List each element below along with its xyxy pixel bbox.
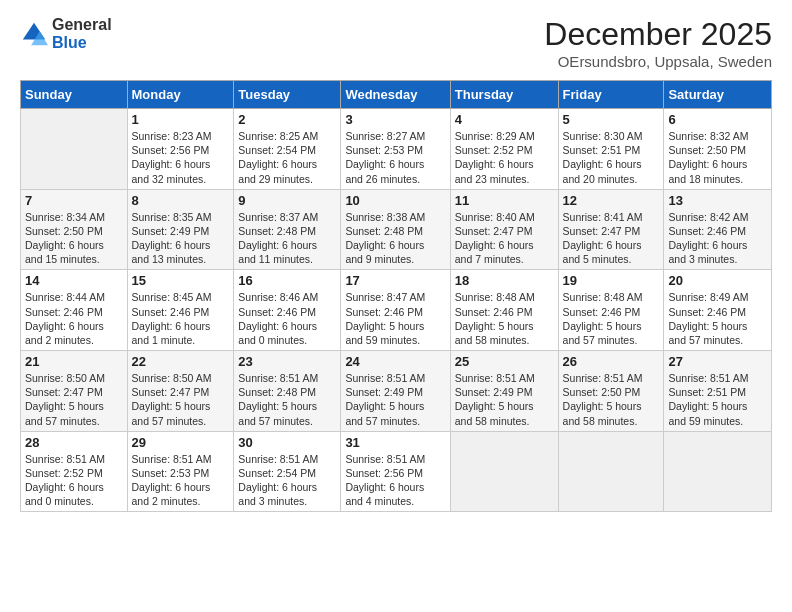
day-cell: 23Sunrise: 8:51 AM Sunset: 2:48 PM Dayli… — [234, 351, 341, 432]
week-row-5: 28Sunrise: 8:51 AM Sunset: 2:52 PM Dayli… — [21, 431, 772, 512]
day-number: 9 — [238, 193, 336, 208]
day-number: 3 — [345, 112, 445, 127]
day-number: 25 — [455, 354, 554, 369]
col-header-saturday: Saturday — [664, 81, 772, 109]
day-cell: 19Sunrise: 8:48 AM Sunset: 2:46 PM Dayli… — [558, 270, 664, 351]
day-info: Sunrise: 8:51 AM Sunset: 2:50 PM Dayligh… — [563, 371, 660, 428]
calendar-title: December 2025 — [544, 16, 772, 53]
day-cell: 14Sunrise: 8:44 AM Sunset: 2:46 PM Dayli… — [21, 270, 128, 351]
day-number: 27 — [668, 354, 767, 369]
day-info: Sunrise: 8:30 AM Sunset: 2:51 PM Dayligh… — [563, 129, 660, 186]
day-info: Sunrise: 8:34 AM Sunset: 2:50 PM Dayligh… — [25, 210, 123, 267]
day-cell: 7Sunrise: 8:34 AM Sunset: 2:50 PM Daylig… — [21, 189, 128, 270]
day-cell: 18Sunrise: 8:48 AM Sunset: 2:46 PM Dayli… — [450, 270, 558, 351]
day-cell: 17Sunrise: 8:47 AM Sunset: 2:46 PM Dayli… — [341, 270, 450, 351]
day-number: 2 — [238, 112, 336, 127]
day-number: 31 — [345, 435, 445, 450]
day-cell: 3Sunrise: 8:27 AM Sunset: 2:53 PM Daylig… — [341, 109, 450, 190]
day-number: 19 — [563, 273, 660, 288]
day-cell: 16Sunrise: 8:46 AM Sunset: 2:46 PM Dayli… — [234, 270, 341, 351]
day-cell: 2Sunrise: 8:25 AM Sunset: 2:54 PM Daylig… — [234, 109, 341, 190]
day-info: Sunrise: 8:49 AM Sunset: 2:46 PM Dayligh… — [668, 290, 767, 347]
day-cell — [664, 431, 772, 512]
week-row-2: 7Sunrise: 8:34 AM Sunset: 2:50 PM Daylig… — [21, 189, 772, 270]
day-info: Sunrise: 8:48 AM Sunset: 2:46 PM Dayligh… — [563, 290, 660, 347]
day-cell: 9Sunrise: 8:37 AM Sunset: 2:48 PM Daylig… — [234, 189, 341, 270]
header-row: SundayMondayTuesdayWednesdayThursdayFrid… — [21, 81, 772, 109]
day-number: 14 — [25, 273, 123, 288]
calendar-table: SundayMondayTuesdayWednesdayThursdayFrid… — [20, 80, 772, 512]
day-info: Sunrise: 8:50 AM Sunset: 2:47 PM Dayligh… — [132, 371, 230, 428]
day-number: 23 — [238, 354, 336, 369]
day-number: 5 — [563, 112, 660, 127]
day-number: 30 — [238, 435, 336, 450]
day-cell: 6Sunrise: 8:32 AM Sunset: 2:50 PM Daylig… — [664, 109, 772, 190]
col-header-wednesday: Wednesday — [341, 81, 450, 109]
day-cell: 5Sunrise: 8:30 AM Sunset: 2:51 PM Daylig… — [558, 109, 664, 190]
day-cell: 20Sunrise: 8:49 AM Sunset: 2:46 PM Dayli… — [664, 270, 772, 351]
day-cell: 8Sunrise: 8:35 AM Sunset: 2:49 PM Daylig… — [127, 189, 234, 270]
week-row-4: 21Sunrise: 8:50 AM Sunset: 2:47 PM Dayli… — [21, 351, 772, 432]
day-info: Sunrise: 8:51 AM Sunset: 2:49 PM Dayligh… — [345, 371, 445, 428]
day-number: 7 — [25, 193, 123, 208]
day-cell: 1Sunrise: 8:23 AM Sunset: 2:56 PM Daylig… — [127, 109, 234, 190]
day-number: 18 — [455, 273, 554, 288]
day-info: Sunrise: 8:27 AM Sunset: 2:53 PM Dayligh… — [345, 129, 445, 186]
week-row-3: 14Sunrise: 8:44 AM Sunset: 2:46 PM Dayli… — [21, 270, 772, 351]
day-info: Sunrise: 8:44 AM Sunset: 2:46 PM Dayligh… — [25, 290, 123, 347]
day-info: Sunrise: 8:29 AM Sunset: 2:52 PM Dayligh… — [455, 129, 554, 186]
day-number: 6 — [668, 112, 767, 127]
logo-blue-text: Blue — [52, 34, 112, 52]
title-block: December 2025 OErsundsbro, Uppsala, Swed… — [544, 16, 772, 70]
col-header-thursday: Thursday — [450, 81, 558, 109]
day-info: Sunrise: 8:51 AM Sunset: 2:51 PM Dayligh… — [668, 371, 767, 428]
day-info: Sunrise: 8:35 AM Sunset: 2:49 PM Dayligh… — [132, 210, 230, 267]
day-number: 17 — [345, 273, 445, 288]
day-cell: 30Sunrise: 8:51 AM Sunset: 2:54 PM Dayli… — [234, 431, 341, 512]
day-info: Sunrise: 8:40 AM Sunset: 2:47 PM Dayligh… — [455, 210, 554, 267]
logo-icon — [20, 20, 48, 48]
day-number: 10 — [345, 193, 445, 208]
header: General Blue December 2025 OErsundsbro, … — [20, 16, 772, 70]
day-info: Sunrise: 8:42 AM Sunset: 2:46 PM Dayligh… — [668, 210, 767, 267]
day-number: 4 — [455, 112, 554, 127]
day-number: 20 — [668, 273, 767, 288]
day-number: 21 — [25, 354, 123, 369]
day-cell: 22Sunrise: 8:50 AM Sunset: 2:47 PM Dayli… — [127, 351, 234, 432]
day-cell: 31Sunrise: 8:51 AM Sunset: 2:56 PM Dayli… — [341, 431, 450, 512]
day-info: Sunrise: 8:32 AM Sunset: 2:50 PM Dayligh… — [668, 129, 767, 186]
day-info: Sunrise: 8:51 AM Sunset: 2:52 PM Dayligh… — [25, 452, 123, 509]
day-info: Sunrise: 8:41 AM Sunset: 2:47 PM Dayligh… — [563, 210, 660, 267]
logo-general-text: General — [52, 16, 112, 34]
day-info: Sunrise: 8:25 AM Sunset: 2:54 PM Dayligh… — [238, 129, 336, 186]
page: General Blue December 2025 OErsundsbro, … — [0, 0, 792, 612]
day-info: Sunrise: 8:48 AM Sunset: 2:46 PM Dayligh… — [455, 290, 554, 347]
day-number: 1 — [132, 112, 230, 127]
day-cell: 28Sunrise: 8:51 AM Sunset: 2:52 PM Dayli… — [21, 431, 128, 512]
day-number: 8 — [132, 193, 230, 208]
day-number: 24 — [345, 354, 445, 369]
col-header-monday: Monday — [127, 81, 234, 109]
day-cell: 15Sunrise: 8:45 AM Sunset: 2:46 PM Dayli… — [127, 270, 234, 351]
day-number: 22 — [132, 354, 230, 369]
day-info: Sunrise: 8:37 AM Sunset: 2:48 PM Dayligh… — [238, 210, 336, 267]
day-info: Sunrise: 8:51 AM Sunset: 2:53 PM Dayligh… — [132, 452, 230, 509]
day-cell: 12Sunrise: 8:41 AM Sunset: 2:47 PM Dayli… — [558, 189, 664, 270]
day-cell: 11Sunrise: 8:40 AM Sunset: 2:47 PM Dayli… — [450, 189, 558, 270]
calendar-subtitle: OErsundsbro, Uppsala, Sweden — [544, 53, 772, 70]
day-info: Sunrise: 8:47 AM Sunset: 2:46 PM Dayligh… — [345, 290, 445, 347]
day-number: 13 — [668, 193, 767, 208]
day-info: Sunrise: 8:45 AM Sunset: 2:46 PM Dayligh… — [132, 290, 230, 347]
day-cell: 24Sunrise: 8:51 AM Sunset: 2:49 PM Dayli… — [341, 351, 450, 432]
day-cell — [558, 431, 664, 512]
day-cell: 29Sunrise: 8:51 AM Sunset: 2:53 PM Dayli… — [127, 431, 234, 512]
col-header-friday: Friday — [558, 81, 664, 109]
day-info: Sunrise: 8:50 AM Sunset: 2:47 PM Dayligh… — [25, 371, 123, 428]
day-cell: 4Sunrise: 8:29 AM Sunset: 2:52 PM Daylig… — [450, 109, 558, 190]
day-number: 11 — [455, 193, 554, 208]
day-cell: 13Sunrise: 8:42 AM Sunset: 2:46 PM Dayli… — [664, 189, 772, 270]
week-row-1: 1Sunrise: 8:23 AM Sunset: 2:56 PM Daylig… — [21, 109, 772, 190]
col-header-tuesday: Tuesday — [234, 81, 341, 109]
day-number: 28 — [25, 435, 123, 450]
day-number: 15 — [132, 273, 230, 288]
